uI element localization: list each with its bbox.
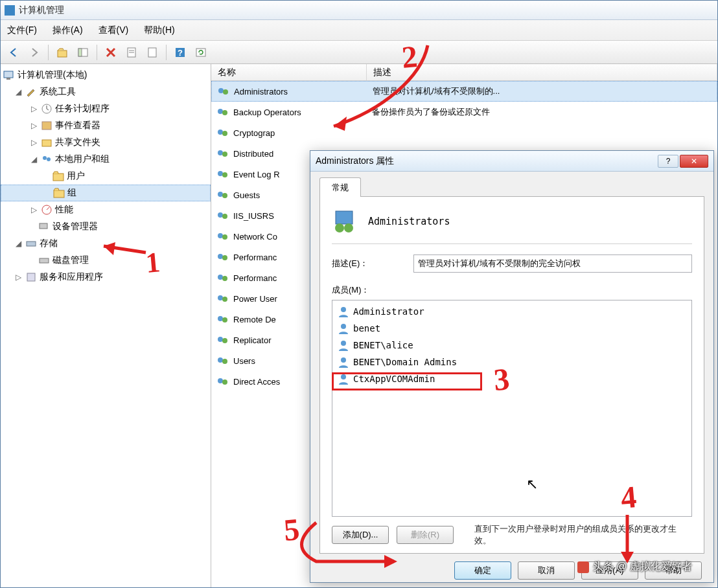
tree-services-apps[interactable]: ▷ 服务和应用程序	[1, 269, 211, 286]
tree-event-viewer[interactable]: ▷ 事件查看器	[1, 117, 211, 134]
svg-point-24	[218, 88, 224, 93]
member-item[interactable]: benet	[335, 320, 689, 337]
services-icon	[25, 271, 37, 283]
dialog-close-button[interactable]: ✕	[680, 155, 708, 168]
delete-button[interactable]	[102, 43, 120, 62]
help-button[interactable]: 帮助	[645, 561, 702, 580]
svg-rect-21	[27, 242, 36, 246]
show-hide-button[interactable]	[74, 43, 92, 62]
tree-storage[interactable]: ◢ 存储	[1, 235, 211, 252]
tree-root[interactable]: 计算机管理(本地)	[1, 67, 211, 84]
storage-icon	[25, 238, 37, 249]
tab-general[interactable]: 常规	[319, 177, 361, 197]
dialog-title: Administrators 属性	[316, 155, 658, 167]
add-button[interactable]: 添加(D)...	[332, 526, 389, 544]
user-icon	[338, 306, 349, 317]
cancel-button[interactable]: 取消	[518, 561, 575, 580]
folder-icon	[52, 170, 64, 182]
member-item[interactable]: CtxAppVCOMAdmin	[335, 370, 689, 387]
col-desc[interactable]: 描述	[367, 64, 717, 80]
expand-icon[interactable]: ▷	[29, 104, 38, 113]
tree-shared-folders[interactable]: ▷ 共享文件夹	[1, 134, 211, 151]
group-icon	[216, 376, 229, 387]
export-button[interactable]	[143, 43, 161, 62]
member-item[interactable]: BENET\Domain Admins	[335, 354, 689, 370]
svg-point-57	[341, 307, 346, 312]
svg-point-59	[341, 341, 346, 346]
svg-rect-11	[6, 78, 10, 80]
tree-users[interactable]: 用户	[1, 168, 211, 185]
group-icon	[216, 313, 229, 325]
svg-point-52	[218, 378, 223, 383]
dialog-titlebar: Administrators 属性 ? ✕	[310, 151, 713, 172]
col-name[interactable]: 名称	[211, 64, 367, 80]
svg-point-55	[335, 223, 344, 232]
svg-point-50	[218, 357, 223, 363]
expand-icon[interactable]: ▷	[29, 138, 38, 147]
tree-task-scheduler[interactable]: ▷ 任务计划程序	[1, 100, 211, 117]
forward-button[interactable]	[25, 43, 43, 62]
up-button[interactable]	[53, 43, 71, 62]
collapse-icon[interactable]: ◢	[14, 239, 23, 248]
apply-button[interactable]: 应用(A)	[581, 561, 638, 580]
tree-groups[interactable]: 组	[1, 185, 211, 201]
svg-rect-0	[58, 51, 67, 57]
expand-icon[interactable]: ▷	[29, 121, 38, 130]
svg-point-30	[218, 150, 223, 155]
group-icon	[216, 272, 229, 284]
member-item[interactable]: BENET\alice	[335, 337, 689, 354]
expand-icon[interactable]: ▷	[14, 273, 23, 282]
svg-point-48	[218, 337, 223, 342]
group-name-cell: Administrators	[234, 87, 288, 96]
svg-rect-9	[196, 49, 205, 56]
dialog-help-button[interactable]: ?	[658, 155, 678, 168]
list-header: 名称 描述	[211, 64, 717, 81]
svg-rect-10	[4, 71, 13, 78]
svg-point-44	[218, 295, 223, 300]
menu-view[interactable]: 查看(V)	[98, 25, 129, 36]
group-row[interactable]: Administrators管理员对计算机/域有不受限制的...	[211, 81, 717, 102]
properties-button[interactable]	[122, 43, 141, 62]
member-item[interactable]: Administrator	[335, 303, 689, 320]
group-row[interactable]: Backup Operators备份操作员为了备份或还原文件	[211, 102, 717, 122]
expand-icon[interactable]: ▷	[29, 205, 38, 214]
tree-performance[interactable]: ▷ 性能	[1, 201, 211, 218]
svg-point-43	[222, 276, 227, 281]
svg-point-53	[222, 379, 227, 385]
svg-point-46	[218, 316, 223, 321]
members-listbox[interactable]: AdministratorbenetBENET\aliceBENET\Domai…	[332, 300, 692, 517]
group-row[interactable]: Cryptograp	[211, 122, 717, 143]
menu-help[interactable]: 帮助(H)	[144, 25, 174, 36]
collapse-icon[interactable]: ◢	[29, 155, 38, 164]
group-name-cell: Distributed	[233, 149, 273, 159]
help-toolbar-button[interactable]: ?	[171, 43, 189, 62]
group-icon	[216, 293, 229, 304]
svg-rect-20	[40, 223, 47, 229]
menu-action[interactable]: 操作(A)	[52, 25, 83, 36]
users-groups-icon	[41, 153, 52, 165]
separator	[166, 45, 167, 60]
svg-point-25	[223, 89, 228, 95]
ok-button[interactable]: 确定	[454, 561, 511, 580]
group-icon	[216, 189, 229, 201]
svg-point-60	[341, 357, 346, 363]
tree-device-manager[interactable]: 设备管理器	[1, 218, 211, 235]
menubar: 文件(F) 操作(A) 查看(V) 帮助(H)	[1, 20, 717, 41]
remove-button[interactable]: 删除(R)	[397, 526, 454, 544]
tree-disk-management[interactable]: 磁盘管理	[1, 252, 211, 269]
tree-system-tools[interactable]: ◢ 系统工具	[1, 84, 211, 100]
tree-local-users-groups[interactable]: ◢ 本地用户和组	[1, 151, 211, 168]
collapse-icon[interactable]: ◢	[14, 87, 23, 96]
computer-icon	[3, 69, 15, 81]
svg-point-34	[218, 192, 223, 197]
back-button[interactable]	[5, 43, 23, 62]
members-label: 成员(M)：	[332, 284, 692, 296]
menu-file[interactable]: 文件(F)	[7, 25, 37, 36]
description-input[interactable]	[413, 254, 692, 273]
group-name-cell: Power User	[233, 294, 277, 304]
properties-dialog: Administrators 属性 ? ✕ 常规 Administrators …	[310, 150, 714, 583]
toolbar: ?	[1, 41, 717, 64]
group-name-cell: Event Log R	[233, 170, 280, 179]
svg-point-41	[222, 255, 227, 260]
refresh-button[interactable]	[192, 43, 210, 62]
